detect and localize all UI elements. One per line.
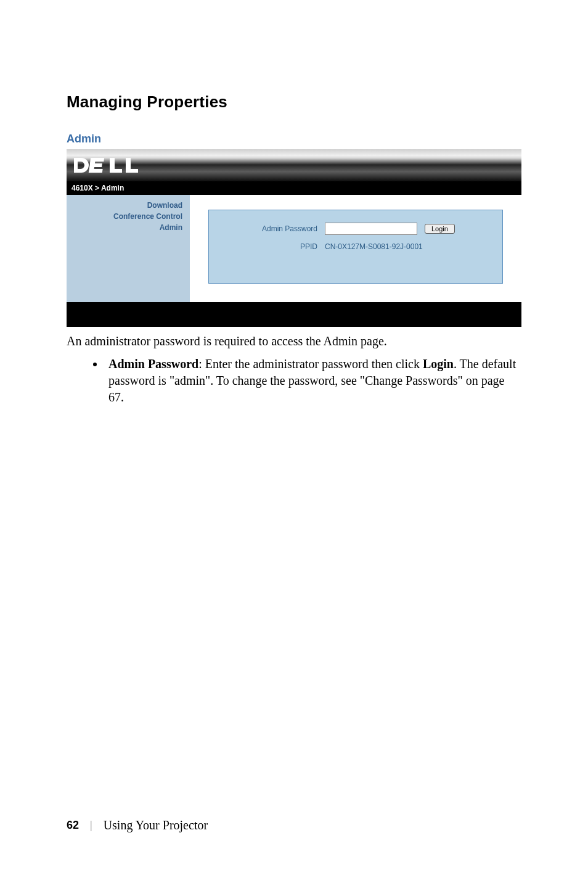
content-area: Admin Password Login PPID CN-0X127M-S008… [190,195,521,302]
dell-logo [73,154,147,176]
bottom-bar [67,302,521,327]
bullet-login-word: Login [423,357,454,371]
bullet-term: Admin Password [108,357,198,371]
intro-text: An administrator password is required to… [67,333,521,350]
login-fieldset: Admin Password Login PPID CN-0X127M-S008… [208,210,503,284]
svg-rect-1 [110,169,122,173]
gloss-bar [67,165,521,181]
ppid-row: PPID CN-0X127M-S0081-92J-0001 [220,242,491,251]
login-button[interactable]: Login [425,224,455,234]
sidebar-item-download[interactable]: Download [74,201,182,210]
main-panel: Download Conference Control Admin Admin … [67,195,521,302]
admin-password-label: Admin Password [220,224,325,233]
ppid-label: PPID [220,242,325,251]
bullet-text-before: Enter the administrator password then cl… [205,357,423,371]
ppid-value: CN-0X127M-S0081-92J-0001 [325,242,491,251]
bullet-admin-password: Admin Password: Enter the administrator … [105,356,521,406]
footer-separator: | [90,819,92,832]
admin-password-row: Admin Password Login [220,223,491,235]
sidebar-item-admin[interactable]: Admin [74,223,182,232]
bullet-list: Admin Password: Enter the administrator … [105,356,521,406]
svg-rect-3 [126,169,138,173]
sidebar: Download Conference Control Admin [67,195,190,302]
page-number: 62 [67,819,79,832]
bullet-sep: : [198,357,205,371]
breadcrumb: 4610X > Admin [67,181,521,195]
section-subheading: Admin [67,133,521,146]
admin-screenshot: 4610X > Admin Download Conference Contro… [67,149,521,327]
page-footer: 62 | Using Your Projector [67,818,521,832]
sidebar-item-conference-control[interactable]: Conference Control [74,212,182,221]
page-heading: Managing Properties [67,92,521,112]
admin-password-input[interactable] [325,223,417,235]
footer-text: Using Your Projector [104,818,208,832]
